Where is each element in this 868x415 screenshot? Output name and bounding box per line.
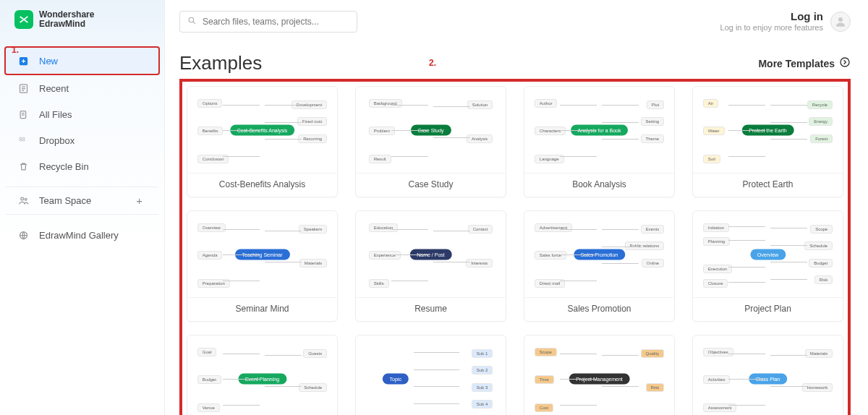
- template-thumbnail: Protect the Earth AirWaterSoil RecycleEn…: [693, 87, 843, 174]
- login-area[interactable]: Log in Log in to enjoy more features: [720, 10, 851, 33]
- annotation-2: 2.: [429, 58, 436, 68]
- topbar: Log in Log in to enjoy more features: [179, 7, 851, 36]
- nav-item-all-files[interactable]: All Files: [6, 101, 158, 127]
- template-thumbnail: Analysis for a Book AuthorCharactersLang…: [524, 87, 674, 174]
- template-thumbnail: Overview InitiationPlanningExecutionClos…: [693, 211, 843, 298]
- svg-point-3: [20, 198, 23, 201]
- template-label: Case Study: [356, 174, 506, 197]
- template-card[interactable]: Project Management ScopeTimeCost Quality…: [524, 335, 675, 415]
- template-label: Sales Promotion: [524, 298, 674, 321]
- template-card[interactable]: Overview InitiationPlanningExecutionClos…: [692, 210, 843, 322]
- template-card[interactable]: Cost-Benefits Analysis OptionsBenefitsCo…: [187, 86, 338, 197]
- trash-icon: [17, 161, 29, 172]
- search-input[interactable]: [203, 17, 349, 27]
- main-area: Log in Log in to enjoy more features Exa…: [165, 0, 868, 415]
- more-templates-link[interactable]: More Templates: [758, 56, 851, 70]
- nav-item-recycle-bin[interactable]: Recycle Bin: [6, 153, 158, 179]
- nav-label: Recycle Bin: [39, 161, 89, 172]
- nav-label: Team Space: [39, 195, 91, 206]
- template-card[interactable]: Protect the Earth AirWaterSoil RecycleEn…: [692, 86, 843, 197]
- sidebar: Wondershare EdrawMind 1. New Recent All …: [0, 0, 165, 415]
- nav-item-dropbox[interactable]: Dropbox: [6, 127, 158, 153]
- nav-label: New: [39, 56, 58, 67]
- nav-item-gallery[interactable]: EdrawMind Gallery: [6, 222, 158, 248]
- add-team-button[interactable]: +: [136, 194, 147, 207]
- avatar[interactable]: [830, 12, 851, 32]
- template-card[interactable]: Sales Promotion AdvertisementSales force…: [524, 210, 675, 322]
- template-thumbnail: Sales Promotion AdvertisementSales force…: [524, 211, 674, 298]
- template-label: Book Analysis: [524, 174, 674, 197]
- template-card[interactable]: Analysis for a Book AuthorCharactersLang…: [524, 86, 675, 197]
- svg-point-6: [189, 17, 194, 22]
- nav-item-team-space[interactable]: Team Space +: [6, 187, 158, 215]
- dropbox-icon: [17, 134, 29, 146]
- gallery-icon: [17, 229, 29, 241]
- arrow-right-circle-icon: [839, 56, 851, 70]
- nav-label: Recent: [39, 83, 69, 94]
- template-thumbnail: Project Management ScopeTimeCost Quality…: [524, 335, 674, 415]
- template-card[interactable]: Topic Sub 1Sub 2Sub 3Sub 4: [355, 335, 506, 415]
- template-label: Protect Earth: [693, 174, 843, 197]
- login-subtitle: Log in to enjoy more features: [720, 23, 823, 33]
- thumb-center: Topic: [383, 373, 409, 384]
- brand-bottom: EdrawMind: [39, 20, 94, 29]
- template-label: Resume: [356, 298, 506, 321]
- nav-label: All Files: [39, 109, 72, 120]
- app-logo: Wondershare EdrawMind: [0, 7, 164, 40]
- examples-grid: Cost-Benefits Analysis OptionsBenefitsCo…: [187, 86, 843, 415]
- nav-item-new[interactable]: New: [4, 46, 160, 75]
- nav-item-recent[interactable]: Recent: [6, 75, 158, 101]
- team-icon: [17, 195, 29, 207]
- examples-grid-highlight: Cost-Benefits Analysis OptionsBenefitsCo…: [179, 79, 851, 415]
- template-thumbnail: Name / Post EducationExperienceSkills Co…: [356, 211, 506, 298]
- template-card[interactable]: Case Study BackgroundProblemResult Solut…: [355, 86, 506, 197]
- template-thumbnail: Cost-Benefits Analysis OptionsBenefitsCo…: [187, 87, 337, 174]
- sidebar-nav: New Recent All Files Dropbox Recycle Bin: [0, 40, 164, 254]
- annotation-1: 1.: [12, 45, 19, 55]
- template-label: Project Plan: [693, 298, 843, 321]
- more-templates-label: More Templates: [758, 58, 835, 69]
- template-thumbnail: Event Planning GoalBudgetVenue GuestsSch…: [187, 335, 337, 415]
- nav-label: EdrawMind Gallery: [39, 230, 119, 241]
- svg-point-8: [841, 58, 849, 67]
- search-icon: [187, 16, 197, 27]
- nav-label: Dropbox: [39, 135, 75, 146]
- template-card[interactable]: Class Plan ObjectivesActivitiesAssessmen…: [692, 335, 843, 415]
- svg-point-7: [838, 17, 843, 22]
- svg-point-4: [25, 199, 27, 201]
- thumb-center: Overview: [750, 249, 786, 260]
- plus-box-icon: [17, 55, 29, 67]
- examples-header: Examples More Templates: [179, 52, 851, 74]
- recent-icon: [17, 82, 29, 94]
- template-thumbnail: Teaching Seminar OverviewAgendaPreparati…: [187, 211, 337, 298]
- files-icon: [17, 108, 29, 120]
- template-thumbnail: Case Study BackgroundProblemResult Solut…: [356, 87, 506, 174]
- edrawmind-logo-icon: [14, 10, 33, 29]
- template-card[interactable]: Teaching Seminar OverviewAgendaPreparati…: [187, 210, 338, 322]
- template-card[interactable]: Event Planning GoalBudgetVenue GuestsSch…: [187, 335, 338, 415]
- template-label: Seminar Mind: [187, 298, 337, 321]
- search-box[interactable]: [179, 11, 357, 33]
- login-title: Log in: [720, 10, 823, 23]
- template-thumbnail: Topic Sub 1Sub 2Sub 3Sub 4: [356, 335, 506, 415]
- app-name: Wondershare EdrawMind: [39, 10, 94, 29]
- examples-title: Examples: [179, 52, 262, 74]
- template-card[interactable]: Name / Post EducationExperienceSkills Co…: [355, 210, 506, 322]
- template-label: Cost-Benefits Analysis: [187, 174, 337, 197]
- template-thumbnail: Class Plan ObjectivesActivitiesAssessmen…: [693, 335, 843, 415]
